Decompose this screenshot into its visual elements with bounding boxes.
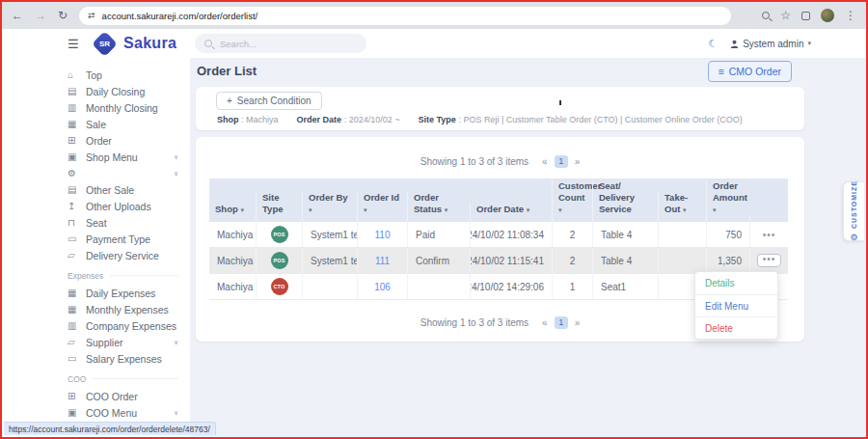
sidebar-item-coo-order[interactable]: ⊞COO Order: [68, 388, 178, 404]
sidebar-item-top[interactable]: ⌂Top: [68, 67, 178, 83]
text-cursor: [559, 100, 561, 105]
next-page-icon[interactable]: »: [575, 156, 581, 167]
sidebar-item-other-uploads[interactable]: ↥Other Uploads: [68, 198, 178, 214]
sidebar-item-delivery-service[interactable]: ▱Delivery Service: [68, 247, 178, 263]
address-bar[interactable]: ⇄ account.sakurareji.com/order/orderlist…: [79, 7, 731, 25]
sidebar-item-label: Shop Menu: [86, 151, 138, 163]
order-id-link[interactable]: 110: [375, 230, 391, 240]
header-order-date[interactable]: Order Date ▾: [470, 204, 552, 222]
cmo-order-button[interactable]: ≡ CMO Order: [708, 61, 792, 82]
chrome-menu-icon[interactable]: ⋮: [845, 9, 856, 22]
gear-icon: ⚙: [850, 233, 857, 242]
header-label: Seat/ Delivery Service: [599, 180, 635, 214]
receipt-icon: ▤: [68, 184, 86, 195]
user-menu[interactable]: System admin ▾: [730, 39, 811, 49]
pos-badge: POS: [271, 226, 288, 243]
sidebar-item-company-expenses[interactable]: ▥Company Expenses: [68, 317, 178, 334]
cell-seat: Table 4: [592, 222, 658, 247]
sidebar-item-monthly-expenses[interactable]: ▦Monthly Expenses: [68, 301, 178, 317]
sidebar-item-salary-expenses[interactable]: ▭Salary Expenses: [68, 350, 178, 367]
customize-label: CUSTOMIZE: [851, 180, 857, 229]
search-input[interactable]: [218, 38, 343, 50]
sidebar-item-daily-expenses[interactable]: ▦Daily Expenses: [68, 285, 178, 301]
filter-shop-label: Shop: [217, 115, 239, 124]
table-row-highlighted[interactable]: Machiya POS System1 test 111 Confirm 202…: [209, 248, 788, 274]
site-info-icon[interactable]: ⇄: [88, 11, 95, 20]
sidebar-item-supplier[interactable]: ▱Supplier∨: [68, 334, 178, 350]
search-condition-button[interactable]: + Search Condition: [216, 92, 322, 110]
sidebar-item-settings[interactable]: ⚙∨: [68, 165, 178, 181]
order-id-link[interactable]: 106: [374, 282, 391, 292]
forward-icon[interactable]: →: [35, 10, 46, 21]
chevron-down-icon: ∨: [174, 339, 178, 346]
brand-logo[interactable]: SR Sakura: [95, 35, 176, 53]
cell-site-type: POS: [256, 248, 302, 273]
next-page-icon[interactable]: »: [575, 317, 581, 328]
header-order-status[interactable]: Order Status ▾: [407, 192, 470, 222]
sidebar-item-monthly-closing[interactable]: ▥Monthly Closing: [68, 99, 178, 116]
header-shop[interactable]: Shop ▾: [209, 204, 256, 222]
sidebar-item-daily-closing[interactable]: ▤Daily Closing: [68, 83, 178, 99]
sidebar-item-payment-type[interactable]: ▭Payment Type: [68, 231, 178, 247]
link-status-bar: https://account.sakurareji.com/order/ord…: [4, 422, 216, 435]
page-title: Order List: [197, 64, 257, 78]
cell-actions: •••: [749, 248, 788, 273]
header-seat-delivery: Seat/ Delivery Service: [592, 180, 658, 222]
cell-seat: Seat1: [592, 274, 658, 299]
url-text[interactable]: account.sakurareji.com/order/orderlist/: [102, 11, 258, 21]
header-take-out[interactable]: Take-Out ▾: [658, 192, 706, 222]
cto-badge: CTO: [271, 278, 288, 295]
sidebar-item-seat[interactable]: ⊓Seat: [68, 214, 178, 231]
prev-page-icon[interactable]: «: [542, 317, 548, 328]
building-icon: ▥: [68, 320, 86, 331]
extensions-icon[interactable]: [801, 12, 810, 20]
table-row[interactable]: Machiya POS System1 test 110 Paid 2024/1…: [209, 222, 788, 248]
sidebar-item-coo-menu[interactable]: ▣COO Menu∨: [68, 404, 178, 421]
menu-item-details[interactable]: Details: [695, 272, 777, 294]
sidebar-item-shop-menu[interactable]: ▣Shop Menu∨: [68, 149, 178, 165]
prev-page-icon[interactable]: «: [542, 156, 548, 167]
sort-caret-icon: ▾: [240, 206, 244, 213]
filter-order-date-label: Order Date: [297, 115, 342, 124]
sidebar-section-coo: COO: [68, 370, 178, 388]
header-label: Shop: [215, 204, 238, 214]
dark-mode-toggle-icon[interactable]: ☾: [708, 38, 718, 50]
search-tabs-icon[interactable]: [762, 12, 770, 19]
cell-take-out: [658, 248, 706, 273]
back-icon[interactable]: ←: [12, 10, 23, 21]
gear-icon: ⚙: [68, 168, 86, 178]
sidebar-item-sale[interactable]: ▦Sale: [68, 116, 178, 132]
cell-site-type: POS: [256, 222, 302, 247]
row-actions-button-focused[interactable]: •••: [757, 254, 782, 267]
row-actions-icon[interactable]: •••: [763, 233, 776, 237]
hamburger-menu-icon[interactable]: ☰: [68, 37, 79, 51]
global-search[interactable]: [195, 34, 366, 53]
profile-avatar[interactable]: [821, 9, 834, 22]
menu-item-delete[interactable]: Delete: [695, 316, 777, 339]
order-id-link[interactable]: 111: [375, 256, 390, 266]
cell-order-status: Confirm: [407, 248, 470, 273]
sidebar-item-label: Daily Expenses: [86, 288, 155, 299]
header-customer-count[interactable]: Customer Count ▾: [552, 180, 592, 222]
page-number[interactable]: 1: [555, 316, 568, 329]
header-order-by[interactable]: Order By ▾: [302, 192, 357, 222]
sidebar-item-label: Monthly Expenses: [86, 304, 169, 316]
ledger-icon: ▥: [68, 102, 86, 113]
header-order-id[interactable]: Order Id ▾: [357, 192, 407, 222]
sidebar-item-other-sale[interactable]: ▤Other Sale: [68, 181, 178, 198]
cell-customer-count: 2: [552, 222, 592, 247]
search-condition-label: Search Condition: [237, 96, 312, 106]
header-order-amount[interactable]: Order Amount ▾: [706, 180, 749, 222]
page-number[interactable]: 1: [555, 155, 568, 168]
customize-tab[interactable]: CUSTOMIZE ⚙: [843, 181, 864, 241]
cell-order-date: 2024/10/02 11:15:41: [470, 248, 552, 273]
menu-item-edit-menu[interactable]: Edit Menu: [695, 294, 777, 316]
cell-order-status: Paid: [407, 222, 470, 247]
bookmark-star-icon[interactable]: ☆: [780, 9, 791, 22]
sidebar-item-order[interactable]: ⊞Order: [68, 132, 178, 149]
list-summary-top: Showing 1 to 3 of 3 items « 1 »: [196, 154, 804, 168]
chevron-down-icon: ∨: [174, 409, 178, 417]
sidebar-item-label: COO Menu: [86, 407, 137, 419]
reload-icon[interactable]: ↻: [58, 10, 68, 21]
person-icon: [730, 40, 739, 48]
